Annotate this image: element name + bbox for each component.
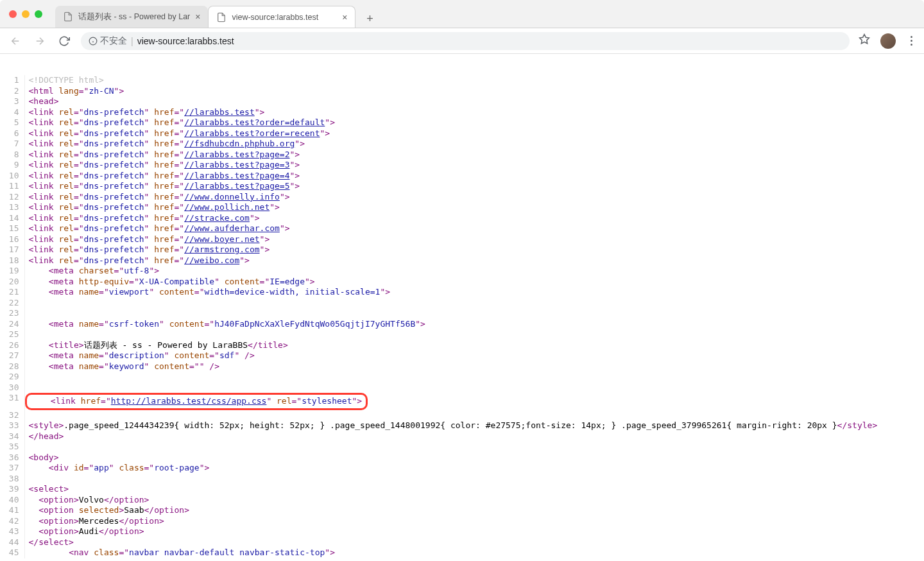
line-number[interactable]: 42: [0, 516, 24, 527]
line-number[interactable]: 39: [0, 484, 24, 495]
source-link[interactable]: //stracke.com: [184, 213, 250, 223]
source-link[interactable]: //larabbs.test?page=4: [184, 171, 289, 180]
source-link[interactable]: //www.boyer.net: [184, 234, 259, 244]
line-number[interactable]: 25: [0, 329, 24, 340]
source-link[interactable]: //larabbs.test?page=5: [184, 181, 289, 191]
line-number[interactable]: 44: [0, 537, 24, 548]
line-content: <link rel="dns-prefetch" href="//larabbs…: [24, 107, 924, 118]
security-indicator[interactable]: 不安全: [89, 35, 127, 47]
line-number[interactable]: 41: [0, 505, 24, 516]
address-bar[interactable]: 不安全 | view-source:larabbs.test: [81, 32, 850, 50]
back-button[interactable]: [8, 33, 23, 49]
new-tab-button[interactable]: +: [361, 10, 379, 28]
line-content: [24, 410, 924, 421]
line-number[interactable]: 37: [0, 463, 24, 474]
line-number[interactable]: 33: [0, 420, 24, 431]
line-number[interactable]: 12: [0, 192, 24, 203]
tab-1[interactable]: view-source:larabbs.test×: [208, 6, 355, 28]
line-number[interactable]: 38: [0, 474, 24, 485]
line-content: [24, 298, 924, 309]
close-window-button[interactable]: [9, 10, 17, 18]
line-number[interactable]: 13: [0, 202, 24, 213]
source-link[interactable]: //larabbs.test?order=default: [184, 117, 325, 127]
source-view[interactable]: 1<!DOCTYPE html>2<html lang="zh-CN">3<he…: [0, 54, 924, 561]
line-number[interactable]: 14: [0, 213, 24, 224]
line-number[interactable]: 24: [0, 319, 24, 330]
source-line: 22: [0, 298, 924, 309]
line-content: <option selected>Saab</option>: [24, 505, 924, 516]
line-number[interactable]: 36: [0, 453, 24, 463]
forward-button[interactable]: [32, 33, 47, 49]
line-number[interactable]: 27: [0, 350, 24, 361]
reload-icon: [58, 35, 70, 47]
bookmark-button[interactable]: [859, 33, 870, 48]
line-number[interactable]: 7: [0, 139, 24, 150]
info-icon: [89, 37, 98, 46]
line-number[interactable]: 32: [0, 410, 24, 421]
line-number[interactable]: 16: [0, 234, 24, 245]
line-number[interactable]: 3: [0, 96, 24, 107]
line-number[interactable]: 15: [0, 223, 24, 234]
line-number[interactable]: 10: [0, 171, 24, 182]
line-number[interactable]: 20: [0, 277, 24, 288]
reload-button[interactable]: [56, 33, 72, 49]
source-link[interactable]: //www.aufderhar.com: [184, 223, 280, 233]
security-label: 不安全: [100, 35, 127, 47]
minimize-window-button[interactable]: [22, 10, 30, 18]
line-number[interactable]: 1: [0, 75, 24, 86]
source-line: 7<link rel="dns-prefetch" href="//fsdhub…: [0, 139, 924, 150]
maximize-window-button[interactable]: [35, 10, 42, 18]
tab-0[interactable]: 话题列表 - ss - Powered by Lar×: [55, 6, 208, 28]
line-number[interactable]: 18: [0, 255, 24, 266]
source-link[interactable]: //larabbs.test: [184, 107, 255, 117]
source-line: 32: [0, 410, 924, 421]
line-number[interactable]: 30: [0, 383, 24, 393]
source-link[interactable]: //larabbs.test?page=2: [184, 150, 289, 159]
line-number[interactable]: 31: [0, 393, 24, 410]
line-content: <meta name="description" content="sdf" /…: [24, 350, 924, 361]
line-number[interactable]: 6: [0, 128, 24, 139]
menu-button[interactable]: [906, 36, 916, 46]
line-number[interactable]: 43: [0, 526, 24, 537]
close-tab-button[interactable]: ×: [195, 12, 200, 22]
line-number[interactable]: 5: [0, 117, 24, 128]
line-number[interactable]: 29: [0, 372, 24, 383]
line-number[interactable]: 8: [0, 150, 24, 160]
line-number[interactable]: 35: [0, 442, 24, 453]
line-number[interactable]: 26: [0, 340, 24, 351]
source-line: 35: [0, 442, 924, 453]
source-link[interactable]: //larabbs.test?order=recent: [184, 128, 320, 138]
source-link[interactable]: //weibo.com: [184, 255, 239, 265]
source-line: 40 <option>Volvo</option>: [0, 495, 924, 506]
source-line: 28 <meta name="keyword" content="" />: [0, 361, 924, 372]
line-content: <meta charset="utf-8">: [24, 266, 924, 277]
source-link[interactable]: //www.pollich.net: [184, 202, 270, 212]
line-number[interactable]: 40: [0, 495, 24, 506]
line-number[interactable]: 23: [0, 308, 24, 319]
source-link[interactable]: //armstrong.com: [184, 245, 259, 254]
line-number[interactable]: 34: [0, 431, 24, 442]
source-link[interactable]: //fsdhubcdn.phphub.org: [184, 139, 295, 148]
line-number[interactable]: 9: [0, 160, 24, 171]
line-number[interactable]: 45: [0, 548, 24, 558]
line-number[interactable]: 19: [0, 266, 24, 277]
line-number[interactable]: 22: [0, 298, 24, 309]
line-content: <nav class="navbar navbar-default navbar…: [24, 548, 924, 558]
line-content: <html lang="zh-CN">: [24, 86, 924, 97]
line-content: <link rel="dns-prefetch" href="//larabbs…: [24, 117, 924, 128]
source-line: 13<link rel="dns-prefetch" href="//www.p…: [0, 202, 924, 213]
line-number[interactable]: 11: [0, 181, 24, 192]
source-link[interactable]: //larabbs.test?page=3: [184, 160, 289, 169]
close-tab-button[interactable]: ×: [342, 12, 347, 22]
line-number[interactable]: 21: [0, 287, 24, 298]
line-number[interactable]: 17: [0, 245, 24, 255]
line-number[interactable]: 4: [0, 107, 24, 118]
source-link[interactable]: http://larabbs.test/css/app.css: [111, 396, 267, 406]
source-line: 20 <meta http-equiv="X-UA-Compatible" co…: [0, 277, 924, 288]
source-line: 21 <meta name="viewport" content="width=…: [0, 287, 924, 298]
line-number[interactable]: 2: [0, 86, 24, 97]
profile-avatar[interactable]: [880, 33, 896, 49]
line-number[interactable]: 28: [0, 361, 24, 372]
tab-title: view-source:larabbs.test: [232, 13, 337, 22]
source-link[interactable]: //www.donnelly.info: [184, 192, 280, 202]
